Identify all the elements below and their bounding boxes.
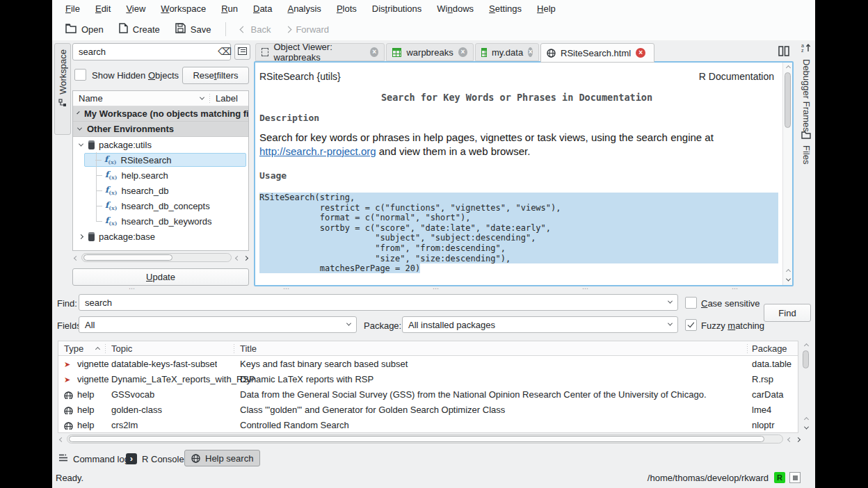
search-r-project-link[interactable]: http://search.r-project.org bbox=[259, 145, 376, 157]
show-hidden-checkbox[interactable] bbox=[74, 69, 86, 81]
tree-item-help-search[interactable]: f(x) help.search bbox=[73, 168, 248, 183]
data-table-icon bbox=[392, 48, 401, 57]
doc-scroll-down-icon[interactable] bbox=[785, 276, 791, 283]
close-tab-icon[interactable]: × bbox=[370, 47, 378, 57]
fields-combobox[interactable]: All bbox=[79, 316, 357, 333]
menu-edit[interactable]: Edit bbox=[88, 0, 118, 18]
close-tab-icon[interactable]: × bbox=[458, 47, 467, 57]
reset-filters-button[interactable]: Reset filters bbox=[182, 67, 249, 84]
tree-item-package-utils[interactable]: package:utils bbox=[73, 137, 248, 152]
splitter-handle[interactable]: ⋯ bbox=[283, 287, 290, 290]
results-vscrollbar[interactable] bbox=[801, 341, 811, 432]
column-topic[interactable]: Topic bbox=[111, 341, 132, 356]
open-button[interactable]: Open bbox=[59, 21, 110, 38]
bottom-tab-command-log[interactable]: Command log bbox=[58, 450, 129, 467]
find-button[interactable]: Find bbox=[764, 304, 811, 322]
sidebar-tab-files[interactable]: Files bbox=[797, 131, 815, 164]
tree-scroll-right-icon[interactable] bbox=[242, 254, 249, 261]
fuzzy-matching-checkbox[interactable] bbox=[685, 319, 697, 331]
table-row[interactable]: help GSSvocab Data from the General Soci… bbox=[58, 387, 798, 402]
menu-help[interactable]: Help bbox=[529, 0, 563, 18]
table-row[interactable]: help crs2lm Controlled Random Search nlo… bbox=[58, 418, 798, 433]
table-row[interactable]: ➤ vignette Dynamic_LaTeX_reports_with_RS… bbox=[58, 372, 798, 387]
filter-options-button[interactable] bbox=[234, 44, 250, 60]
object-search-input[interactable] bbox=[72, 43, 231, 60]
column-title[interactable]: Title bbox=[240, 341, 257, 356]
description-heading: Description bbox=[259, 113, 319, 123]
tree-root-my-workspace[interactable]: My Workspace (no objects matching filter… bbox=[73, 106, 248, 122]
find-combobox[interactable]: search bbox=[79, 294, 678, 311]
update-button[interactable]: Update bbox=[72, 268, 249, 286]
splitter-handle[interactable]: ⋯ bbox=[732, 287, 739, 290]
splitter-handle[interactable]: ⋯ bbox=[582, 287, 589, 290]
create-button[interactable]: Create bbox=[113, 20, 166, 38]
splitter-handle[interactable]: ⋯ bbox=[129, 287, 136, 290]
interrupt-r-button[interactable] bbox=[789, 472, 801, 483]
sidebar-tab-debugger-frames[interactable]: az Debugger Frames bbox=[797, 43, 815, 132]
tree-scroll-left-icon[interactable] bbox=[72, 254, 79, 261]
tab-my-data[interactable]: my.data × bbox=[475, 43, 539, 61]
show-hidden-label[interactable]: Show Hidden Objects bbox=[92, 70, 179, 81]
tree-hscrollbar-thumb[interactable] bbox=[83, 254, 172, 261]
menu-windows[interactable]: Windows bbox=[429, 0, 481, 18]
tree-item-hsearch-db-keywords[interactable]: f(x) hsearch_db_keywords bbox=[73, 213, 248, 229]
results-hscrollbar-thumb[interactable] bbox=[69, 436, 764, 442]
results-hscrollbar[interactable] bbox=[67, 434, 783, 444]
column-type[interactable]: Type bbox=[64, 341, 83, 356]
results-vscrollbar-thumb[interactable] bbox=[803, 350, 809, 368]
bottom-tab-r-console[interactable]: › R Console bbox=[126, 450, 184, 467]
menu-run[interactable]: Run bbox=[214, 0, 246, 18]
doc-vscrollbar[interactable] bbox=[782, 63, 792, 285]
table-row[interactable]: help golden-class Class '"golden"' and G… bbox=[58, 402, 798, 418]
tab-object-viewer-warpbreaks[interactable]: Object Viewer: warpbreaks × bbox=[255, 43, 385, 61]
menu-data[interactable]: Data bbox=[246, 0, 280, 18]
tree-item-rsitesearch[interactable]: f(x) RSiteSearch bbox=[84, 153, 246, 167]
doc-scroll-up2-icon[interactable] bbox=[785, 268, 791, 275]
close-tab-icon[interactable]: × bbox=[636, 48, 645, 58]
back-button[interactable]: Back bbox=[234, 22, 277, 38]
menu-settings[interactable]: Settings bbox=[481, 0, 529, 18]
save-button[interactable]: Save bbox=[169, 20, 218, 38]
tree-root-other-environments[interactable]: Other Environments bbox=[73, 122, 248, 137]
tree-scroll-left2-icon[interactable] bbox=[234, 254, 241, 261]
results-scroll-right-icon[interactable] bbox=[794, 436, 801, 443]
split-view-icon[interactable] bbox=[778, 46, 789, 58]
close-tab-icon[interactable]: × bbox=[528, 47, 533, 57]
menu-analysis[interactable]: Analysis bbox=[280, 0, 328, 18]
fuzzy-matching-label[interactable]: Fuzzy matching bbox=[701, 320, 764, 331]
case-sensitive-checkbox[interactable] bbox=[685, 297, 697, 309]
results-scroll-down-icon[interactable] bbox=[803, 424, 810, 431]
tree-item-hsearch-db[interactable]: f(x) hsearch_db bbox=[73, 183, 248, 198]
tab-warpbreaks[interactable]: warpbreaks × bbox=[386, 43, 474, 61]
forward-button[interactable]: Forward bbox=[280, 22, 335, 38]
results-scroll-left2-icon[interactable] bbox=[786, 436, 793, 443]
console-icon: › bbox=[126, 453, 137, 464]
results-scroll-up2-icon[interactable] bbox=[803, 416, 810, 423]
bottom-tab-help-search[interactable]: Help search bbox=[184, 450, 260, 466]
tab-rsitesearch-html[interactable]: RSiteSearch.html × bbox=[540, 43, 654, 63]
sidebar-tab-workspace[interactable]: Workspace bbox=[54, 43, 71, 135]
table-row[interactable]: ➤ vignette datatable-keys-fast-subset Ke… bbox=[58, 357, 798, 372]
package-combobox[interactable]: All installed packages bbox=[402, 316, 678, 333]
clear-search-icon[interactable]: ⌫ bbox=[218, 46, 232, 57]
menu-plots[interactable]: Plots bbox=[329, 0, 364, 18]
tree-item-package-base[interactable]: package:base bbox=[73, 229, 248, 244]
splitter-handle[interactable]: ⋯ bbox=[433, 287, 440, 290]
menu-distributions[interactable]: Distributions bbox=[364, 0, 430, 18]
tree-hscrollbar[interactable] bbox=[81, 253, 232, 262]
doc-vscrollbar-thumb[interactable] bbox=[785, 72, 791, 128]
menu-workspace[interactable]: Workspace bbox=[153, 0, 214, 18]
case-sensitive-label[interactable]: Case sensitive bbox=[701, 298, 760, 309]
results-scroll-up-icon[interactable] bbox=[803, 342, 810, 349]
name-sort-chevron-icon[interactable] bbox=[200, 95, 204, 100]
menu-file[interactable]: File bbox=[58, 0, 88, 18]
column-name[interactable]: Name bbox=[73, 93, 103, 104]
menu-view[interactable]: View bbox=[118, 0, 153, 18]
help-document-view[interactable]: RSiteSearch {utils} R Documentation Sear… bbox=[254, 61, 794, 286]
tree-item-hsearch-db-concepts[interactable]: f(x) hsearch_db_concepts bbox=[73, 198, 248, 213]
column-package[interactable]: Package bbox=[752, 341, 787, 356]
tree-header[interactable]: Name Label bbox=[73, 91, 248, 106]
doc-scroll-up-icon[interactable] bbox=[785, 64, 791, 71]
column-label[interactable]: Label bbox=[216, 93, 238, 104]
results-scroll-left-icon[interactable] bbox=[58, 436, 65, 443]
